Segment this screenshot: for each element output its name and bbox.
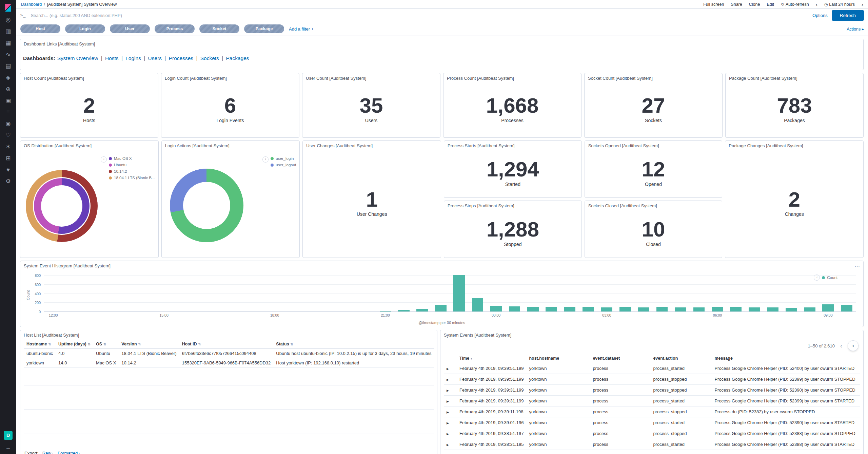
histogram-bar[interactable] <box>656 307 668 311</box>
dashboard-link[interactable]: Packages <box>226 55 249 61</box>
dock-navigation-icon[interactable]: → <box>5 444 11 451</box>
next-page-button[interactable]: › <box>848 340 859 351</box>
search-input[interactable] <box>30 13 808 18</box>
export-raw-link[interactable]: Raw↓ <box>42 451 54 454</box>
clone-button[interactable]: Clone <box>749 2 760 7</box>
timelion-icon[interactable]: ∿ <box>6 52 11 57</box>
expand-row-icon[interactable]: ▶ <box>447 389 449 392</box>
filter-pill[interactable]: Login <box>65 24 105 33</box>
histogram-bar[interactable] <box>804 307 815 311</box>
legend-toggle-icon[interactable]: ‹ <box>814 275 820 281</box>
events-column-header[interactable]: event.dataset <box>590 354 650 363</box>
histogram-bar[interactable] <box>380 311 391 311</box>
histogram-bar[interactable] <box>546 307 557 311</box>
legend-item[interactable]: user_login <box>271 156 296 160</box>
table-row[interactable]: ▶February 4th 2019, 09:38:51.197yorktown… <box>444 428 860 439</box>
discover-icon[interactable]: ◎ <box>6 17 11 23</box>
legend-toggle-icon[interactable]: ‹ <box>101 156 107 163</box>
share-button[interactable]: Share <box>731 2 742 7</box>
table-row[interactable]: ▶February 4th 2019, 09:39:11.198yorktown… <box>444 406 860 417</box>
histogram-bar[interactable] <box>841 305 852 311</box>
histogram-bar[interactable] <box>435 305 447 311</box>
histogram-bar[interactable] <box>453 275 465 311</box>
table-row[interactable]: ▶February 4th 2019, 09:39:31.199yorktown… <box>444 396 860 406</box>
host-column-header[interactable]: Hostname⇅ <box>24 340 56 349</box>
filter-pill[interactable]: Package <box>244 24 284 33</box>
previous-page-icon[interactable]: ‹ <box>839 342 844 349</box>
dashboard-link[interactable]: Processes <box>169 55 193 61</box>
host-column-header[interactable]: Version⇅ <box>119 340 179 349</box>
expand-row-icon[interactable]: ▶ <box>447 411 449 414</box>
filter-pill[interactable]: User <box>110 24 150 33</box>
filter-pill[interactable]: Host <box>20 24 60 33</box>
filter-pill[interactable]: Socket <box>199 24 239 33</box>
histogram-bar[interactable] <box>416 309 428 311</box>
filter-pill[interactable]: Process <box>155 24 195 33</box>
host-column-header[interactable]: Uptime (days)⇅ <box>56 340 93 349</box>
time-picker-button[interactable]: ◷Last 24 hours <box>824 2 855 7</box>
os-distribution-donut[interactable] <box>26 170 98 242</box>
dashboard-link[interactable]: Sockets <box>200 55 219 61</box>
space-avatar[interactable]: D <box>4 431 13 440</box>
histogram-bar[interactable] <box>767 307 778 311</box>
histogram-bar[interactable] <box>527 307 539 311</box>
monitoring-icon[interactable]: ♥ <box>6 167 10 173</box>
visualize-icon[interactable]: ▥ <box>5 29 11 34</box>
histogram-bar[interactable] <box>509 306 520 311</box>
edit-button[interactable]: Edit <box>767 2 774 7</box>
dashboard-link[interactable]: Logins <box>125 55 141 61</box>
add-filter-button[interactable]: Add a filter + <box>289 26 314 32</box>
dashboard-link[interactable]: System Overview <box>57 55 98 61</box>
maps-icon[interactable]: ◈ <box>6 75 10 80</box>
refresh-button[interactable]: Refresh <box>832 10 864 21</box>
expand-row-icon[interactable]: ▶ <box>447 421 449 425</box>
breadcrumb-dashboard-link[interactable]: Dashboard <box>21 2 42 7</box>
legend-toggle-icon[interactable]: ‹ <box>262 156 269 163</box>
histogram-bar[interactable] <box>675 307 686 311</box>
expand-row-icon[interactable]: ▶ <box>447 400 449 403</box>
histogram-bar[interactable] <box>730 307 742 311</box>
table-row[interactable]: ▶February 4th 2019, 09:39:01.196yorktown… <box>444 417 860 428</box>
canvas-icon[interactable]: ▤ <box>5 63 11 69</box>
histogram-bar[interactable] <box>472 298 484 311</box>
auto-refresh-button[interactable]: ↻Auto-refresh <box>781 2 809 7</box>
export-formatted-link[interactable]: Formatted↓ <box>58 451 80 454</box>
legend-item[interactable]: 18.04.1 LTS (Bionic B... <box>109 176 155 180</box>
histogram-bar[interactable] <box>638 307 649 311</box>
host-column-header[interactable]: OS⇅ <box>93 340 119 349</box>
histogram-bar[interactable] <box>619 307 631 311</box>
host-column-header[interactable]: Host ID⇅ <box>179 340 274 349</box>
options-button[interactable]: Options <box>812 13 828 18</box>
table-row[interactable]: ▶February 4th 2019, 09:39:51.199yorktown… <box>444 363 860 374</box>
histogram-bar[interactable] <box>564 307 576 311</box>
legend-label[interactable]: Count <box>827 276 837 280</box>
events-column-header[interactable]: event.action <box>650 354 712 363</box>
graph-icon[interactable]: ✶ <box>6 144 11 150</box>
legend-item[interactable]: user_logout <box>271 163 296 167</box>
table-row[interactable]: ▶February 4th 2019, 09:39:51.199yorktown… <box>444 374 860 385</box>
events-column-header[interactable]: Time▾ <box>457 354 526 363</box>
dashboard-link[interactable]: Hosts <box>105 55 119 61</box>
table-row[interactable]: ▶February 4th 2019, 09:39:31.199yorktown… <box>444 385 860 396</box>
expand-row-icon[interactable]: ▶ <box>447 378 449 381</box>
actions-button[interactable]: Actions ▸ <box>847 26 864 32</box>
histogram-bar[interactable] <box>583 307 594 311</box>
histogram-bar[interactable] <box>822 304 834 311</box>
histogram-bar[interactable] <box>749 307 760 311</box>
legend-item[interactable]: Mac OS X <box>109 156 155 160</box>
full-screen-button[interactable]: Full screen <box>703 2 724 7</box>
dev-tools-icon[interactable]: ⊞ <box>6 155 11 161</box>
histogram-bar[interactable] <box>398 310 410 311</box>
events-column-header[interactable]: message <box>712 354 860 363</box>
events-column-header[interactable]: host.hostname <box>526 354 590 363</box>
legend-item[interactable]: Ubuntu <box>109 163 155 167</box>
dashboard-icon[interactable]: ▦ <box>5 40 11 46</box>
uptime-icon[interactable]: ♡ <box>5 132 11 138</box>
dashboard-link[interactable]: Users <box>148 55 162 61</box>
apm-icon[interactable]: ◉ <box>6 121 11 127</box>
machine-learning-icon[interactable]: ⊕ <box>6 86 11 92</box>
table-row[interactable]: ▶February 4th 2019, 09:38:31.195yorktown… <box>444 439 860 450</box>
kibana-logo[interactable] <box>4 3 13 12</box>
histogram-bar[interactable] <box>786 308 797 311</box>
time-forward-icon[interactable]: › <box>862 2 863 7</box>
